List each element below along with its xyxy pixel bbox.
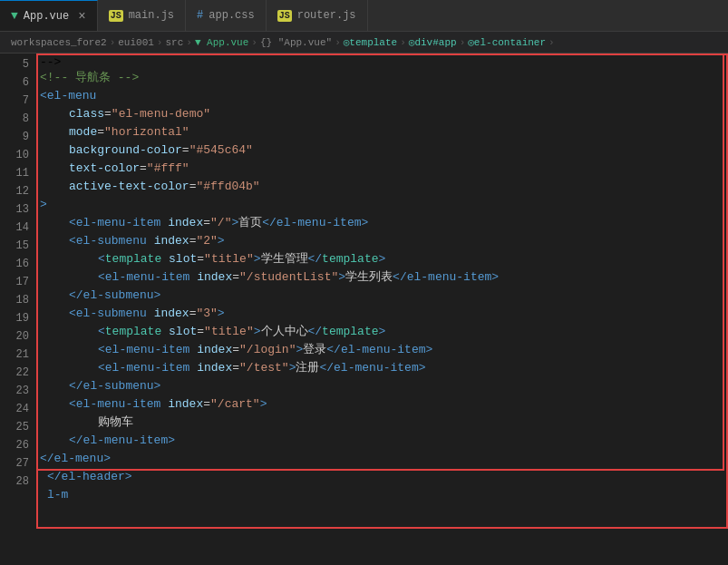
ln-6: 6: [7, 73, 29, 92]
tab-bar: ▼ App.vue × JS main.js # app.css JS rout…: [0, 0, 728, 32]
bc-elcontainer[interactable]: ◎el-container: [468, 36, 546, 48]
code-line-7: class="el-menu-demo": [40, 105, 728, 123]
bc-appvue[interactable]: ▼ App.vue: [195, 37, 248, 48]
bc-divapp[interactable]: ◎div#app: [409, 36, 457, 48]
ln-14: 14: [7, 219, 29, 237]
ln-15: 15: [7, 237, 29, 255]
js-icon-router: JS: [277, 10, 292, 22]
ln-5: 5: [7, 55, 29, 73]
ln-10: 10: [7, 146, 29, 164]
code-line-27: </el-header>: [40, 468, 728, 486]
bc-template[interactable]: ◎template: [344, 36, 397, 48]
ln-9: 9: [7, 128, 29, 146]
tab-label-router-js: router.js: [297, 9, 356, 22]
bc-eui001[interactable]: eui001: [118, 37, 154, 48]
tab-label-main-js: main.js: [129, 9, 174, 22]
ln-13: 13: [7, 200, 29, 219]
tab-label-app-vue: App.vue: [24, 10, 69, 23]
ln-12: 12: [7, 182, 29, 200]
line-numbers: 5 6 7 8 9 10 11 12 13 14 15 16 17 18 19 …: [0, 54, 36, 565]
code-line-18: <el-submenu index="3">: [40, 305, 728, 323]
bc-src[interactable]: src: [165, 37, 183, 48]
tab-app-vue[interactable]: ▼ App.vue ×: [0, 0, 98, 31]
code-line-17: </el-submenu>: [40, 287, 728, 305]
code-line-23: <el-menu-item index="/cart">: [40, 395, 728, 414]
tab-app-css[interactable]: # app.css: [186, 0, 267, 31]
bc-workspaces[interactable]: workspaces_fore2: [11, 37, 107, 48]
tab-label-app-css: app.css: [209, 9, 254, 22]
ln-23: 23: [7, 382, 29, 400]
code-line-24: 购物车: [40, 414, 728, 432]
code-line-22: </el-submenu>: [40, 377, 728, 395]
ln-21: 21: [7, 346, 29, 364]
js-icon-main: JS: [109, 10, 123, 22]
ln-22: 22: [7, 364, 29, 382]
code-line-13: <el-menu-item index="/">首页</el-menu-item…: [40, 214, 728, 232]
ln-28: 28: [7, 472, 29, 491]
code-content[interactable]: --> <!-- 导航条 --> <el-menu class="el-menu…: [36, 54, 728, 565]
ln-19: 19: [7, 309, 29, 327]
code-line-26: </el-menu>: [40, 450, 728, 468]
vue-icon: ▼: [11, 9, 18, 23]
code-line-10: text-color="#fff": [40, 160, 728, 178]
code-line-21: <el-menu-item index="/test">注册</el-menu-…: [40, 359, 728, 377]
ln-8: 8: [7, 110, 29, 128]
code-line-12: >: [40, 196, 728, 214]
tab-main-js[interactable]: JS main.js: [98, 0, 186, 31]
code-line-9: background-color="#545c64": [40, 141, 728, 160]
code-line-8: mode="horizontal": [40, 123, 728, 141]
ln-24: 24: [7, 400, 29, 418]
tab-close-app-vue[interactable]: ×: [78, 9, 85, 24]
code-line-16: <el-menu-item index="/studentList">学生列表<…: [40, 268, 728, 287]
ln-11: 11: [7, 164, 29, 182]
ln-16: 16: [7, 255, 29, 273]
ln-7: 7: [7, 92, 29, 110]
code-line-11: active-text-color="#ffd04b": [40, 178, 728, 196]
code-line-19: <template slot="title">个人中心</template>: [40, 323, 728, 341]
code-line-20: <el-menu-item index="/login">登录</el-menu…: [40, 341, 728, 359]
code-line-25: </el-menu-item>: [40, 432, 728, 450]
tab-router-js[interactable]: JS router.js: [267, 0, 368, 31]
ln-18: 18: [7, 291, 29, 309]
breadcrumb: workspaces_fore2 › eui001 › src › ▼ App.…: [0, 32, 728, 54]
code-line-5: <!-- 导航条 -->: [40, 69, 728, 87]
ln-17: 17: [7, 273, 29, 291]
editor-area: 5 6 7 8 9 10 11 12 13 14 15 16 17 18 19 …: [0, 54, 728, 565]
code-line-6: <el-menu: [40, 87, 728, 105]
ln-20: 20: [7, 327, 29, 346]
css-hash-icon: #: [197, 9, 203, 22]
ln-25: 25: [7, 418, 29, 436]
code-line-15: <template slot="title">学生管理</template>: [40, 250, 728, 268]
bc-obj[interactable]: {} "App.vue": [260, 37, 332, 48]
code-line-28: l-m: [40, 486, 728, 504]
ln-27: 27: [7, 454, 29, 472]
ln-26: 26: [7, 436, 29, 454]
code-line-14: <el-submenu index="2">: [40, 232, 728, 250]
